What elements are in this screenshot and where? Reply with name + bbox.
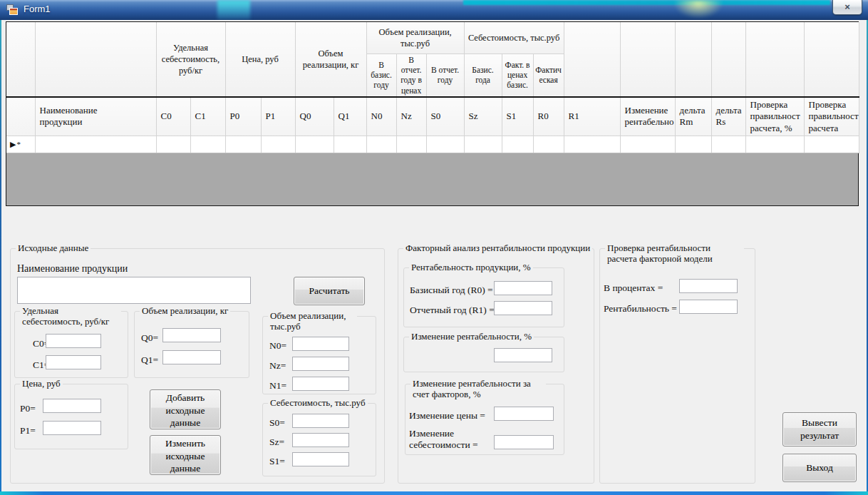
column-header-r1[interactable]: R1 — [564, 97, 620, 136]
column-header-proverka[interactable]: Проверка правильност расчета — [804, 97, 859, 136]
cell-name-selected[interactable] — [35, 136, 156, 153]
subheader-bazis-godu: В базис. году — [366, 53, 396, 97]
cell[interactable] — [396, 136, 426, 153]
c0-input[interactable] — [46, 334, 101, 348]
column-header-proverka-pct[interactable]: Проверка правильност расчета, % — [745, 97, 804, 136]
edit-data-button[interactable]: Изменить исходные данные — [150, 435, 221, 475]
datagrid-table: Удельная себестоимость, руб/кг Цена, руб… — [6, 22, 859, 153]
header-spacer-cell — [711, 22, 745, 97]
exit-button[interactable]: Выход — [782, 454, 857, 482]
cell[interactable] — [533, 136, 564, 153]
cell[interactable] — [464, 136, 502, 153]
r1-input[interactable] — [494, 301, 552, 315]
window-title: Form1 — [24, 4, 51, 14]
group-rentabelnost-label: Рентабельность продукции, % — [409, 262, 533, 272]
cell[interactable] — [190, 136, 225, 153]
subheader-otchet-godu: В отчет. году — [426, 53, 464, 97]
subheader-bazis-goda: Базис. года — [464, 53, 502, 97]
column-header-nz[interactable]: Nz — [396, 97, 426, 136]
column-header-sz[interactable]: Sz — [464, 97, 502, 136]
calculate-button[interactable]: Расчитать — [294, 277, 365, 305]
header-spacer-cell — [745, 22, 804, 97]
group-rentabelnost: Рентабельность продукции, % — [403, 267, 564, 327]
column-header-izmenenie[interactable]: Изменение рентабельно — [620, 97, 675, 136]
nz-input[interactable] — [292, 357, 349, 371]
header-group-obem-tys: Объем реализации, тыс.руб — [366, 22, 464, 53]
n0-input[interactable] — [292, 337, 349, 351]
column-header-delta-rm[interactable]: дельта Rm — [675, 97, 711, 136]
column-header-n0[interactable]: N0 — [366, 97, 396, 136]
column-header-p1[interactable]: P1 — [261, 97, 295, 136]
subheader-fakticheskaya: Фактич еская — [533, 53, 564, 97]
app-icon-front-window — [9, 8, 18, 15]
cell[interactable] — [711, 136, 745, 153]
header-band-row-1: Удельная себестоимость, руб/кг Цена, руб… — [6, 22, 859, 53]
new-row-indicator[interactable]: ▶* — [6, 136, 35, 153]
title-bar[interactable]: Form1 × — [0, 0, 868, 20]
sz-input[interactable] — [292, 433, 349, 447]
s0-input[interactable] — [292, 414, 349, 428]
cost-change-input[interactable] — [494, 435, 554, 449]
cell[interactable] — [804, 136, 859, 153]
price-change-input[interactable] — [494, 407, 554, 421]
column-header-r0[interactable]: R0 — [533, 97, 564, 136]
column-header-c0[interactable]: C0 — [156, 97, 190, 136]
cell[interactable] — [156, 136, 190, 153]
output-result-button[interactable]: Вывести результат — [782, 412, 857, 446]
izmenenie-rent-input[interactable] — [494, 348, 552, 362]
percent-input[interactable] — [679, 279, 738, 293]
column-header-q1[interactable]: Q1 — [334, 97, 366, 136]
cell[interactable] — [564, 136, 620, 153]
header-group-obem-kg: Объем реализации, кг — [295, 22, 366, 97]
window-border-bottom — [0, 491, 868, 495]
group-factor-label: Факторный анализ рентабильности продукци… — [403, 243, 592, 253]
cell[interactable] — [675, 136, 711, 153]
column-header-s0[interactable]: S0 — [426, 97, 464, 136]
column-header-q0[interactable]: Q0 — [295, 97, 334, 136]
s1-input[interactable] — [292, 452, 349, 466]
rentabilnost-input[interactable] — [679, 300, 738, 314]
column-header-s1[interactable]: S1 — [502, 97, 533, 136]
header-spacer-cell — [564, 22, 620, 97]
n1-input[interactable] — [292, 377, 349, 391]
cell[interactable] — [334, 136, 366, 153]
datagrid: Удельная себестоимость, руб/кг Цена, руб… — [6, 21, 859, 206]
group-izmenenie-rent-label: Изменение рентабельности, % — [409, 331, 534, 342]
column-header-p0[interactable]: P0 — [225, 97, 261, 136]
column-header-name[interactable]: Наименование продукции — [35, 97, 156, 136]
p1-input[interactable] — [43, 421, 101, 435]
name-product-input[interactable] — [17, 277, 251, 304]
column-header-c1[interactable]: C1 — [190, 97, 225, 136]
n0-label: N0= — [269, 340, 286, 352]
c1-input[interactable] — [46, 355, 101, 369]
column-header-name-label: Наименование продукции — [40, 105, 124, 128]
name-product-label: Наименование продукции — [17, 263, 128, 275]
group-cena: Цена, руб — [14, 384, 128, 449]
column-header-delta-rs[interactable]: дельта Rs — [711, 97, 745, 136]
p1-label: P1= — [20, 425, 36, 437]
p0-input[interactable] — [43, 399, 101, 413]
cell[interactable] — [426, 136, 464, 153]
group-cena-label: Цена, руб — [20, 378, 63, 389]
group-proverka-label: Проверка рентабильности расчета факторно… — [605, 243, 744, 264]
subheader-fakt-cenah-bazis: Факт. в ценах базис. — [502, 53, 533, 97]
header-corner-cell — [6, 22, 35, 97]
close-button[interactable]: × — [832, 0, 862, 15]
add-data-button[interactable]: Добавить исходные данные — [150, 389, 221, 429]
group-udelnaya-label: Удельная себестоимость, руб/кг — [20, 305, 121, 327]
header-name-spacer — [35, 22, 156, 97]
cell[interactable] — [261, 136, 295, 153]
client-area: Удельная себестоимость, руб/кг Цена, руб… — [1, 20, 867, 491]
cell[interactable] — [225, 136, 261, 153]
q1-input[interactable] — [162, 350, 221, 364]
q0-input[interactable] — [162, 328, 221, 342]
r0-input[interactable] — [494, 281, 552, 295]
group-obem-kg: Объем реализации, кг — [134, 311, 249, 378]
titlebar-glass-glow — [673, 0, 723, 19]
cell[interactable] — [502, 136, 533, 153]
cell[interactable] — [366, 136, 396, 153]
cell[interactable] — [295, 136, 334, 153]
new-row: ▶* — [6, 136, 859, 153]
cell[interactable] — [745, 136, 804, 153]
cell[interactable] — [620, 136, 675, 153]
